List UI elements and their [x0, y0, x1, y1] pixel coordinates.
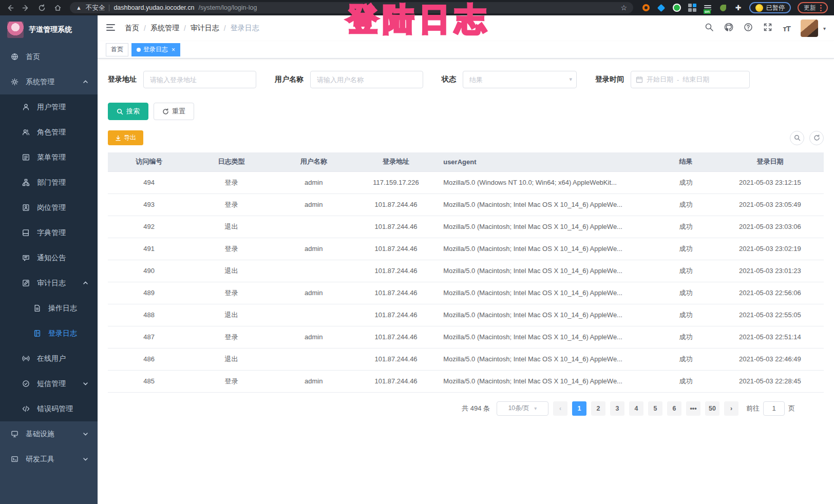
user-avatar[interactable]	[801, 20, 818, 37]
refresh-icon	[162, 108, 169, 115]
date-range-picker[interactable]: 开始日期 - 结束日期	[631, 71, 750, 88]
update-button[interactable]: 更新	[798, 2, 828, 13]
extension-grid-icon[interactable]	[688, 4, 696, 12]
table-row: 490退出101.87.244.46Mozilla/5.0 (Macintosh…	[108, 260, 824, 282]
table-cell: 成功	[655, 370, 716, 392]
table-cell: 493	[108, 193, 190, 216]
search-button[interactable]: 搜索	[108, 103, 148, 120]
sidebar-item-role-mgmt[interactable]: 角色管理	[0, 120, 98, 145]
sidebar-item-user-mgmt[interactable]: 用户管理	[0, 94, 98, 120]
goto-page-input[interactable]	[763, 401, 785, 416]
sidebar-item-operate-log[interactable]: 操作日志	[0, 296, 98, 321]
tag-login-log[interactable]: 登录日志 ×	[131, 43, 180, 56]
kebab-menu-icon[interactable]	[820, 5, 822, 11]
sidebar-item-login-log[interactable]: 登录日志	[0, 321, 98, 346]
sidebar-item-dept-mgmt[interactable]: 部门管理	[0, 170, 98, 195]
extension-list-icon[interactable]: on	[703, 4, 712, 12]
table-cell: 成功	[655, 260, 716, 282]
breadcrumb-audit[interactable]: 审计日志	[191, 24, 219, 33]
refresh-table-button[interactable]	[809, 131, 824, 145]
extension-green-circle-icon[interactable]	[672, 4, 681, 12]
back-icon[interactable]	[6, 4, 14, 12]
page-button-5[interactable]: 5	[648, 401, 662, 416]
table-cell: Mozilla/5.0 (Macintosh; Intel Mac OS X 1…	[437, 216, 655, 238]
login-address-label: 登录地址	[108, 75, 137, 84]
login-address-input[interactable]	[143, 71, 256, 88]
tag-home[interactable]: 首页	[106, 43, 128, 56]
home-icon[interactable]	[54, 4, 62, 12]
breadcrumb-system[interactable]: 系统管理	[150, 24, 179, 33]
next-page-button[interactable]: ›	[724, 401, 738, 416]
filter-form: 登录地址 用户名称 状态 ▾ 登录时间	[108, 71, 824, 88]
sidebar-item-label: 系统管理	[26, 77, 83, 87]
table-cell: Mozilla/5.0 (Macintosh; Intel Mac OS X 1…	[437, 348, 655, 370]
search-icon[interactable]	[705, 23, 714, 34]
sidebar-item-label: 菜单管理	[37, 153, 98, 162]
username-input[interactable]	[310, 71, 423, 88]
font-size-icon[interactable]: тT	[783, 24, 790, 33]
page-button-6[interactable]: 6	[667, 401, 681, 416]
chevron-down-icon[interactable]: ▾	[823, 26, 826, 31]
sidebar-item-system-mgmt[interactable]: 系统管理	[0, 69, 98, 94]
hamburger-icon[interactable]	[106, 23, 116, 34]
table-cell: 2021-05-03 22:46:49	[716, 348, 824, 370]
sidebar-item-menu-mgmt[interactable]: 菜单管理	[0, 145, 98, 170]
bookmark-star-icon[interactable]: ☆	[620, 4, 627, 12]
close-icon[interactable]: ×	[172, 46, 175, 53]
more-pages-button[interactable]: •••	[686, 401, 700, 416]
sidebar-item-dict-mgmt[interactable]: 字典管理	[0, 220, 98, 245]
page-button-50[interactable]: 50	[705, 401, 719, 416]
github-icon[interactable]	[724, 23, 733, 34]
page-button-1[interactable]: 1	[572, 401, 586, 416]
sidebar-item-notice[interactable]: 通知公告	[0, 245, 98, 270]
extension-blue-gem-icon[interactable]	[657, 4, 666, 12]
page-button-2[interactable]: 2	[591, 401, 605, 416]
table-cell: Mozilla/5.0 (Macintosh; Intel Mac OS X 1…	[437, 238, 655, 260]
table-cell: 2021-05-03 23:02:19	[716, 238, 824, 260]
forward-icon[interactable]	[22, 4, 30, 12]
table-cell: 485	[108, 370, 190, 392]
reload-icon[interactable]	[38, 4, 46, 12]
url-host: dashboard.yudao.iocoder.cn	[113, 4, 194, 11]
sidebar-item-error-code[interactable]: 错误码管理	[0, 396, 98, 421]
page-button-3[interactable]: 3	[610, 401, 624, 416]
active-dot-icon	[137, 48, 141, 52]
table-cell: 101.87.244.46	[355, 370, 437, 392]
extensions-puzzle-icon[interactable]: ✚	[734, 4, 743, 12]
sidebar-item-infra[interactable]: 基础设施	[0, 421, 98, 447]
table-cell: 登录	[190, 193, 272, 216]
page-button-4[interactable]: 4	[629, 401, 643, 416]
page-size-select[interactable]: 10条/页 ▾	[497, 401, 548, 416]
address-bar[interactable]: ▲ 不安全 dashboard.yudao.iocoder.cn/system/…	[70, 2, 633, 13]
sidebar-item-dev-tools[interactable]: 研发工具	[0, 447, 98, 472]
table-cell: 成功	[655, 171, 716, 193]
table-cell: 486	[108, 348, 190, 370]
reset-button[interactable]: 重置	[154, 103, 194, 120]
prev-page-button[interactable]: ‹	[553, 401, 567, 416]
fullscreen-icon[interactable]	[763, 23, 772, 34]
sidebar-item-post-mgmt[interactable]: 岗位管理	[0, 195, 98, 220]
help-icon[interactable]	[744, 23, 753, 34]
toggle-search-button[interactable]	[790, 131, 804, 145]
table-cell: 登录	[190, 171, 272, 193]
status-select[interactable]: ▾	[463, 71, 577, 88]
breadcrumb-home[interactable]: 首页	[125, 24, 139, 33]
extension-leaf-icon[interactable]	[718, 4, 727, 12]
sidebar-logo-row[interactable]: 芋道管理系统	[0, 15, 98, 44]
sidebar-item-audit-log[interactable]: 审计日志	[0, 270, 98, 296]
security-label: 不安全	[86, 4, 105, 12]
chevron-up-icon	[83, 280, 88, 286]
column-header: 结果	[655, 152, 716, 171]
table-cell: 2021-05-03 23:12:15	[716, 171, 824, 193]
table-cell: 成功	[655, 348, 716, 370]
table-cell: 491	[108, 238, 190, 260]
table-cell: 101.87.244.46	[355, 260, 437, 282]
extension-orange-ring-icon[interactable]	[641, 4, 650, 12]
export-button[interactable]: 导出	[108, 130, 143, 145]
sidebar-item-sms-mgmt[interactable]: 短信管理	[0, 371, 98, 396]
paused-badge[interactable]: 已暂停	[749, 2, 791, 13]
sidebar-item-online-user[interactable]: 在线用户	[0, 346, 98, 371]
table-cell: 490	[108, 260, 190, 282]
sidebar-item-home[interactable]: 首页	[0, 44, 98, 69]
dict-icon	[22, 229, 30, 237]
